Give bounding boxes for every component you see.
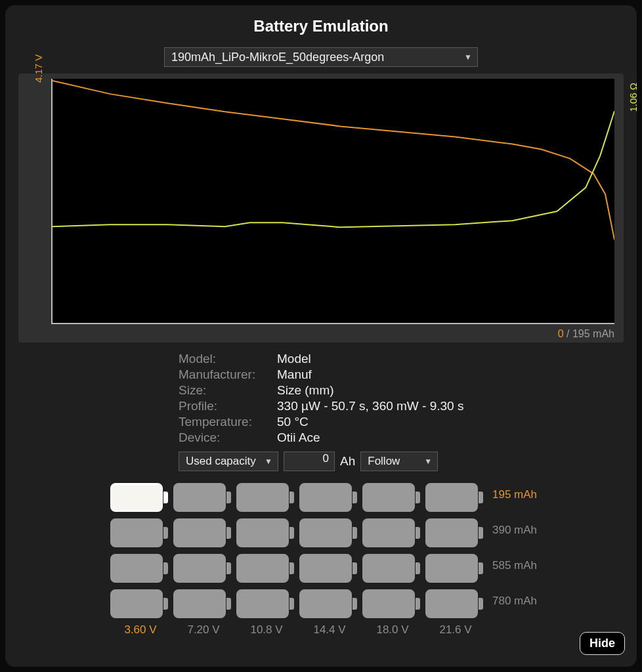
- voltage-curve: [53, 81, 614, 240]
- capacity-input[interactable]: 0: [284, 452, 335, 471]
- battery-info: Model: Model Manufacturer: Manuf Size: S…: [179, 352, 624, 445]
- battery-cell[interactable]: [362, 518, 421, 547]
- battery-cell[interactable]: [425, 554, 484, 583]
- battery-row-label: 195 mAh: [492, 483, 537, 516]
- battery-grid: [110, 483, 486, 622]
- battery-col-label: 10.8 V: [236, 623, 297, 637]
- battery-col-labels: 3.60 V7.20 V10.8 V14.4 V18.0 V21.6 V: [110, 623, 624, 637]
- battery-cell[interactable]: [299, 483, 358, 512]
- battery-cell[interactable]: [110, 589, 169, 618]
- chart-left-axis-label: 4.17 V: [33, 54, 44, 83]
- chevron-down-icon: ▼: [464, 52, 472, 62]
- chart-bottom-axis-label: 0 / 195 mAh: [558, 328, 614, 340]
- battery-col-label: 3.60 V: [110, 623, 171, 637]
- info-value-temperature: 50 °C: [277, 415, 624, 429]
- battery-row-label: 780 mAh: [492, 589, 537, 622]
- info-label-size: Size:: [179, 383, 277, 398]
- page-title: Battery Emulation: [18, 17, 624, 35]
- battery-col-label: 18.0 V: [362, 623, 423, 637]
- info-label-device: Device:: [179, 430, 277, 445]
- info-value-size: Size (mm): [277, 383, 624, 398]
- info-label-manufacturer: Manufacturer:: [179, 368, 277, 382]
- battery-cell[interactable]: [173, 589, 232, 618]
- info-label-profile: Profile:: [179, 399, 277, 413]
- battery-cell[interactable]: [299, 589, 358, 618]
- resistance-curve: [53, 111, 614, 227]
- battery-cell[interactable]: [173, 554, 232, 583]
- battery-cell[interactable]: [362, 589, 421, 618]
- chart-plot-area[interactable]: [51, 79, 614, 324]
- battery-row-label: 585 mAh: [492, 554, 537, 587]
- battery-row-label: 390 mAh: [492, 518, 537, 551]
- battery-cell[interactable]: [425, 518, 484, 547]
- profile-select-value: 190mAh_LiPo-MikroE_50degrees-Argon: [171, 51, 384, 64]
- chevron-down-icon: ▼: [424, 457, 432, 466]
- info-value-profile: 330 µW - 50.7 s, 360 mW - 9.30 s: [277, 399, 624, 413]
- battery-col-label: 21.6 V: [425, 623, 486, 637]
- info-label-model: Model:: [179, 352, 277, 366]
- battery-cell[interactable]: [236, 589, 295, 618]
- battery-cell[interactable]: [173, 483, 232, 512]
- profile-select[interactable]: 190mAh_LiPo-MikroE_50degrees-Argon ▼: [164, 47, 478, 67]
- battery-chart: 4.17 V 1.06 Ω 0 / 195 mAh: [18, 74, 624, 343]
- info-value-device: Otii Ace: [277, 430, 624, 445]
- battery-cell[interactable]: [299, 518, 358, 547]
- battery-cell[interactable]: [110, 554, 169, 583]
- capacity-unit: Ah: [340, 454, 355, 469]
- chart-x-max: 195 mAh: [572, 328, 614, 339]
- battery-cell[interactable]: [110, 483, 169, 512]
- battery-row-labels: 195 mAh390 mAh585 mAh780 mAh: [492, 483, 537, 622]
- battery-cell[interactable]: [236, 518, 295, 547]
- battery-cell[interactable]: [299, 554, 358, 583]
- battery-emulation-panel: Battery Emulation 190mAh_LiPo-MikroE_50d…: [5, 5, 637, 667]
- hide-button[interactable]: Hide: [580, 632, 625, 655]
- info-value-manufacturer: Manuf: [277, 368, 624, 382]
- battery-cell[interactable]: [362, 554, 421, 583]
- battery-cell[interactable]: [425, 589, 484, 618]
- info-label-temperature: Temperature:: [179, 415, 277, 429]
- chart-x-zero: 0: [558, 328, 564, 339]
- battery-cell[interactable]: [236, 483, 295, 512]
- used-capacity-select[interactable]: Used capacity ▼: [179, 452, 278, 471]
- chevron-down-icon: ▼: [265, 457, 272, 466]
- chart-right-axis-label: 1.06 Ω: [628, 83, 639, 112]
- info-value-model: Model: [277, 352, 624, 366]
- battery-cell[interactable]: [173, 518, 232, 547]
- battery-col-label: 7.20 V: [173, 623, 234, 637]
- battery-cell[interactable]: [362, 483, 421, 512]
- battery-cell[interactable]: [236, 554, 295, 583]
- battery-cell[interactable]: [425, 483, 484, 512]
- follow-select[interactable]: Follow ▼: [360, 452, 438, 471]
- battery-col-label: 14.4 V: [299, 623, 360, 637]
- capacity-controls: Used capacity ▼ 0 Ah Follow ▼: [179, 452, 624, 471]
- battery-cell[interactable]: [110, 518, 169, 547]
